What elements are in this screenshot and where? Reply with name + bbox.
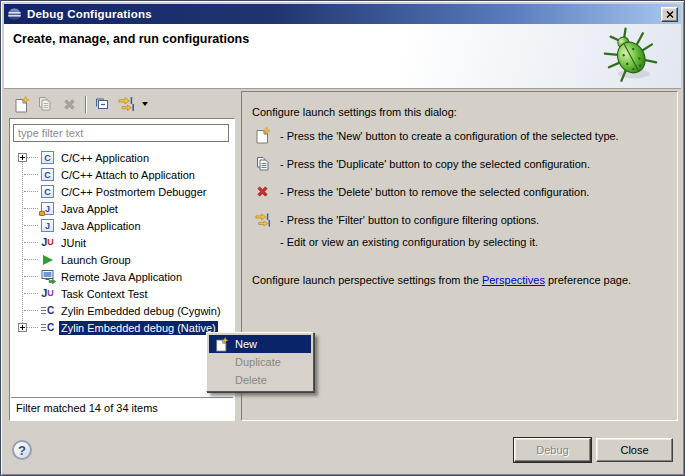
duplicate-icon bbox=[37, 96, 53, 112]
debug-button[interactable]: Debug bbox=[514, 438, 591, 462]
bug-icon bbox=[599, 25, 661, 87]
menu-item-duplicate[interactable]: Duplicate bbox=[209, 353, 311, 371]
dialog-header: Create, manage, and run configurations bbox=[4, 24, 681, 89]
filter-status: Filter matched 14 of 34 items bbox=[11, 397, 233, 419]
launch-group-icon bbox=[39, 252, 56, 267]
zylin-icon: C bbox=[39, 303, 56, 318]
perspective-note: Configure launch perspective settings fr… bbox=[252, 274, 631, 286]
title-bar[interactable]: Debug Configurations bbox=[4, 4, 681, 24]
info-row: - Press the 'Delete' button to remove th… bbox=[254, 183, 589, 200]
info-row: - Edit or view an existing configuration… bbox=[254, 233, 538, 250]
tree-toolbar bbox=[9, 92, 150, 116]
java-applet-icon: J bbox=[39, 201, 56, 216]
close-window-button[interactable] bbox=[661, 7, 678, 22]
filter-input[interactable] bbox=[13, 124, 229, 142]
spacer bbox=[254, 233, 271, 250]
duplicate-config-button[interactable] bbox=[33, 92, 57, 116]
task-context-icon: JU bbox=[39, 286, 56, 301]
tree-item[interactable]: J Java Application bbox=[11, 217, 233, 234]
tree-item[interactable]: JU JUnit bbox=[11, 234, 233, 251]
tree-item[interactable]: C Zylin Embedded debug (Cygwin) bbox=[11, 302, 233, 319]
filter-dropdown-button[interactable] bbox=[138, 102, 150, 106]
tree-item[interactable]: C C/C++ Application bbox=[11, 149, 233, 166]
c-icon: C bbox=[39, 167, 56, 182]
info-row: - Press the 'Duplicate' button to copy t… bbox=[254, 155, 590, 172]
info-intro: Configure launch settings from this dial… bbox=[252, 106, 457, 118]
duplicate-icon bbox=[254, 155, 271, 172]
new-config-icon bbox=[13, 96, 30, 113]
tree-item[interactable]: JU Task Context Test bbox=[11, 285, 233, 302]
help-icon: ? bbox=[18, 443, 26, 458]
filter-icon bbox=[117, 96, 135, 112]
config-tree-panel: C C/C++ Application C C/C++ Attach to Ap… bbox=[9, 118, 235, 421]
help-button[interactable]: ? bbox=[12, 440, 32, 460]
tree-item[interactable]: C C/C++ Postmortem Debugger bbox=[11, 183, 233, 200]
toolbar-separator bbox=[85, 96, 86, 113]
tree-item-selected[interactable]: C Zylin Embedded debug (Native) bbox=[11, 319, 233, 336]
window-title: Debug Configurations bbox=[27, 8, 661, 20]
tree-item[interactable]: Remote Java Application bbox=[11, 268, 233, 285]
new-config-button[interactable] bbox=[9, 92, 33, 116]
close-button[interactable]: Close bbox=[596, 438, 673, 462]
java-application-icon: J bbox=[39, 218, 56, 233]
c-icon: C bbox=[39, 150, 56, 165]
menu-item-delete[interactable]: Delete bbox=[209, 371, 311, 389]
new-config-icon bbox=[254, 127, 271, 144]
tree-item[interactable]: J Java Applet bbox=[11, 200, 233, 217]
debug-configurations-dialog: Debug Configurations Create, manage, and… bbox=[0, 0, 685, 476]
menu-item-new[interactable]: New bbox=[209, 335, 311, 353]
delete-icon bbox=[254, 183, 271, 200]
perspectives-link[interactable]: Perspectives bbox=[482, 274, 545, 286]
dropdown-caret-icon bbox=[142, 102, 148, 106]
collapse-all-button[interactable] bbox=[90, 92, 114, 116]
filter-icon bbox=[254, 211, 271, 228]
tree-item[interactable]: Launch Group bbox=[11, 251, 233, 268]
zylin-icon: C bbox=[39, 320, 56, 335]
collapse-all-icon bbox=[94, 96, 110, 112]
delete-config-button[interactable] bbox=[57, 92, 81, 116]
remote-java-icon bbox=[39, 269, 56, 284]
delete-icon bbox=[62, 97, 77, 112]
context-menu: New Duplicate Delete bbox=[206, 332, 314, 392]
new-config-icon bbox=[213, 337, 230, 352]
close-icon bbox=[666, 11, 674, 18]
eclipse-logo-icon bbox=[7, 7, 22, 22]
config-type-tree: C C/C++ Application C C/C++ Attach to Ap… bbox=[11, 149, 233, 336]
info-row: - Press the 'New' button to create a con… bbox=[254, 127, 619, 144]
junit-icon: JU bbox=[39, 235, 56, 250]
filter-button[interactable] bbox=[114, 92, 138, 116]
page-title: Create, manage, and run configurations bbox=[13, 32, 249, 46]
expand-icon[interactable] bbox=[18, 323, 27, 332]
info-row: - Press the 'Filter' button to configure… bbox=[254, 211, 539, 228]
c-icon: C bbox=[39, 184, 56, 199]
tree-item[interactable]: C C/C++ Attach to Application bbox=[11, 166, 233, 183]
expand-icon[interactable] bbox=[18, 153, 27, 162]
